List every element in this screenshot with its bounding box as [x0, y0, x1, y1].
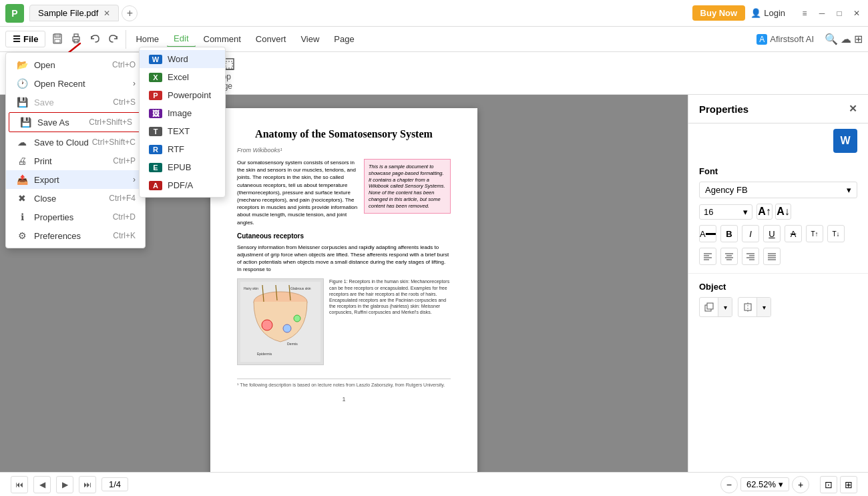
brand-area: A Afirstsoft AI: [756, 34, 814, 45]
properties-close-icon[interactable]: ✕: [849, 103, 857, 115]
object-align-group: ▾: [738, 297, 771, 317]
menu-item-close[interactable]: ✖ Close Ctrl+F4: [6, 189, 145, 208]
underline-button[interactable]: U: [763, 225, 781, 242]
tab-filename: Sample File.pdf: [38, 8, 98, 18]
undo-button[interactable]: [85, 32, 104, 47]
nav-comment[interactable]: Comment: [197, 31, 248, 47]
tab-close-icon[interactable]: ✕: [103, 9, 110, 18]
search-icon[interactable]: 🔍: [825, 33, 838, 45]
menu-item-properties[interactable]: ℹ Properties Ctrl+D: [6, 208, 145, 226]
file-menu-dropdown: 📂 Open Ctrl+O 🕐 Open Recent › 💾 Save Ctr…: [5, 52, 146, 248]
pdf-caption: Figure 1: Receptors in the human skin: M…: [329, 278, 451, 365]
subscript-button[interactable]: T↓: [827, 225, 845, 242]
menu-item-save: 💾 Save Ctrl+S: [6, 93, 145, 111]
menu-item-open[interactable]: 📂 Open Ctrl+O: [6, 55, 145, 74]
properties-title: Properties: [699, 103, 748, 115]
print-button[interactable]: [67, 32, 85, 47]
object-arrange-dropdown[interactable]: ▾: [718, 298, 732, 316]
export-image[interactable]: 🖼 Image: [140, 104, 225, 122]
close-icon: ✖: [15, 193, 29, 204]
menu-item-open-recent[interactable]: 🕐 Open Recent ›: [6, 74, 145, 93]
document-tab[interactable]: Sample File.pdf ✕: [29, 5, 119, 21]
export-pdfa[interactable]: A PDF/A: [140, 176, 225, 194]
pdf-footnote: ¹ The following description is based on …: [237, 379, 451, 389]
text-align-row: [699, 248, 857, 265]
nav-page[interactable]: Page: [327, 31, 361, 47]
pdf-body: This is a sample document to showcase pa…: [237, 159, 451, 404]
save-button[interactable]: [48, 32, 67, 47]
nav-convert[interactable]: Convert: [249, 31, 293, 47]
minimize-button[interactable]: ─: [816, 7, 828, 19]
object-align-button[interactable]: [738, 298, 757, 316]
rtf-export-icon: R: [149, 145, 162, 154]
bold-button[interactable]: B: [720, 225, 738, 242]
object-align-dropdown[interactable]: ▾: [757, 298, 771, 316]
svg-text:Glabrous skin: Glabrous skin: [290, 286, 311, 290]
menubar: ☰ File Home Edit Comment Convert View Pa…: [0, 27, 868, 52]
properties-icon: ℹ: [15, 212, 29, 222]
redo-button[interactable]: [104, 32, 123, 47]
font-color-button[interactable]: A: [699, 225, 716, 242]
login-button[interactable]: 👤 Login: [750, 8, 785, 18]
cloud-icon[interactable]: ☁: [841, 33, 851, 45]
export-submenu-arrow: ›: [133, 175, 136, 184]
nav-home[interactable]: Home: [129, 31, 166, 47]
align-center-button[interactable]: [720, 248, 738, 265]
menu-item-save-as[interactable]: 💾 Save As Ctrl+Shift+S: [9, 112, 142, 132]
new-tab-button[interactable]: +: [122, 5, 138, 21]
export-excel[interactable]: X Excel: [140, 68, 225, 86]
buy-now-button[interactable]: Buy Now: [692, 5, 746, 21]
increase-font-button[interactable]: A↑: [756, 204, 773, 220]
fit-width-button[interactable]: ⊞: [840, 476, 857, 493]
pdf-page-number: 1: [237, 395, 451, 404]
export-word[interactable]: W Word: [140, 50, 225, 68]
next-page-button[interactable]: ▶: [56, 476, 73, 493]
zoom-out-button[interactable]: −: [720, 476, 738, 493]
export-text[interactable]: T TEXT: [140, 122, 225, 140]
export-epub[interactable]: E EPUB: [140, 158, 225, 176]
menu-item-save-cloud[interactable]: ☁ Save to Cloud Ctrl+Shift+C: [6, 133, 145, 152]
page-indicator[interactable]: 1/4: [101, 477, 128, 491]
pdf-figure: Hairy skin Glabrous skin Epidermis Dermi…: [237, 278, 451, 365]
nav-view[interactable]: View: [294, 31, 326, 47]
align-right-button[interactable]: [742, 248, 759, 265]
export-submenu: W Word X Excel P Powerpoint 🖼 Image T TE…: [139, 47, 226, 198]
brand-name: Afirstsoft AI: [770, 34, 814, 44]
menu-item-preferences[interactable]: ⚙ Preferences Ctrl+K: [6, 226, 145, 245]
svg-rect-2: [55, 39, 60, 43]
cloud-save-icon: ☁: [15, 137, 29, 148]
export-powerpoint[interactable]: P Powerpoint: [140, 86, 225, 104]
pdf-title: Anatomy of the Somatosensory System: [237, 128, 451, 140]
skin-diagram-svg: Hairy skin Glabrous skin Epidermis Dermi…: [240, 282, 320, 362]
menu-item-export[interactable]: 📤 Export ›: [6, 170, 145, 189]
pdfa-export-icon: A: [149, 181, 162, 190]
zoom-controls: − 62.52% ▾ +: [720, 476, 809, 493]
close-window-button[interactable]: ✕: [851, 7, 863, 19]
maximize-button[interactable]: □: [833, 7, 845, 19]
zoom-value[interactable]: 62.52% ▾: [740, 477, 789, 491]
hamburger-icon[interactable]: ≡: [799, 7, 811, 19]
save-icon: 💾: [15, 97, 29, 107]
align-left-button[interactable]: [699, 248, 716, 265]
prev-page-button[interactable]: ◀: [33, 476, 51, 493]
file-menu-button[interactable]: ☰ File: [5, 31, 45, 47]
decrease-font-button[interactable]: A↓: [775, 204, 791, 220]
export-rtf[interactable]: R RTF: [140, 140, 225, 158]
italic-button[interactable]: I: [742, 225, 759, 242]
font-size-select[interactable]: 16 ▾: [699, 204, 752, 220]
last-page-button[interactable]: ⏭: [79, 476, 96, 493]
strikethrough-button[interactable]: A: [785, 225, 802, 242]
titlebar-actions: Buy Now 👤 Login ≡ ─ □ ✕: [692, 5, 863, 21]
layout-icon[interactable]: ⊞: [854, 33, 863, 45]
menu-item-print[interactable]: 🖨 Print Ctrl+P: [6, 152, 145, 170]
object-arrange-button[interactable]: [700, 298, 718, 316]
fit-page-button[interactable]: ⊡: [820, 476, 837, 493]
font-family-select[interactable]: Agency FB ▾: [699, 182, 857, 198]
object-arrange-group: ▾: [699, 297, 732, 317]
nav-edit[interactable]: Edit: [167, 31, 195, 47]
preferences-icon: ⚙: [15, 230, 29, 241]
first-page-button[interactable]: ⏮: [11, 476, 28, 493]
align-justify-button[interactable]: [763, 248, 781, 265]
zoom-in-button[interactable]: +: [792, 476, 809, 493]
superscript-button[interactable]: T↑: [806, 225, 823, 242]
